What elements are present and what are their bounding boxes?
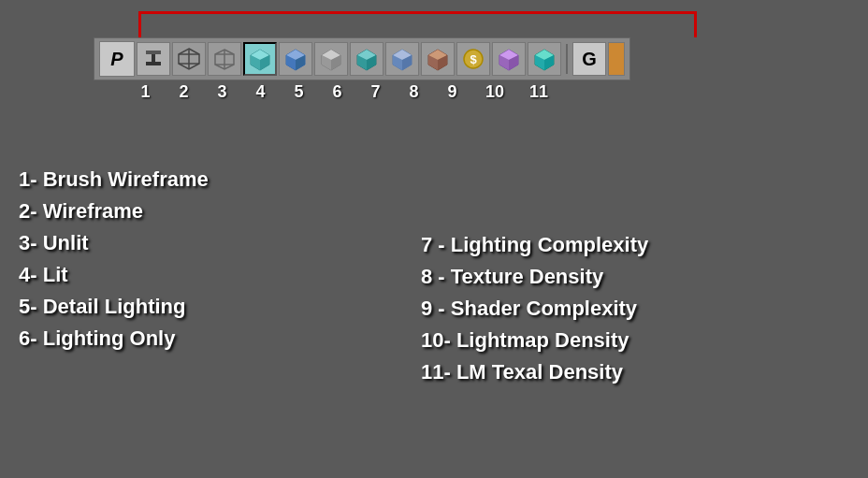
legend-item-3: 3- Unlit xyxy=(19,227,209,259)
number-9: 9 xyxy=(433,82,471,102)
number-1: 1 xyxy=(126,82,165,102)
shader-complexity-button[interactable]: $ xyxy=(456,42,490,76)
number-6: 6 xyxy=(318,82,356,102)
transform-icon xyxy=(143,49,164,69)
shader-icon: $ xyxy=(461,47,485,71)
lm-texal-density-button[interactable] xyxy=(528,42,561,76)
detail-lighting-button[interactable] xyxy=(314,42,348,76)
legend-item-11: 11- LM Texal Density xyxy=(421,356,648,388)
cube-purple-icon xyxy=(497,47,521,71)
toolbar: P xyxy=(94,37,630,80)
legend-item-4: 4- Lit xyxy=(19,259,209,291)
lighting-only-button[interactable] xyxy=(350,42,383,76)
cube-grey-icon xyxy=(319,47,343,71)
lit-button[interactable] xyxy=(279,42,312,76)
cube-blue-icon xyxy=(283,47,308,71)
bracket-line xyxy=(138,11,697,37)
cube-wireframe-dark-icon xyxy=(177,47,201,71)
lighting-complexity-button[interactable] xyxy=(385,42,419,76)
cube-lit-icon xyxy=(390,47,414,71)
number-2: 2 xyxy=(165,82,203,102)
legend-item-7: 7 - Lighting Complexity xyxy=(421,229,648,261)
svg-rect-2 xyxy=(146,51,161,54)
number-11: 11 xyxy=(518,82,559,102)
legend-item-8: 8 - Texture Density xyxy=(421,261,648,293)
p-button[interactable]: P xyxy=(99,41,135,77)
cube-wireframe-light-icon xyxy=(212,47,237,71)
separator xyxy=(566,44,568,74)
number-8: 8 xyxy=(395,82,433,102)
number-10: 10 xyxy=(471,82,518,102)
numbers-row: 1 2 3 4 5 6 7 8 9 10 11 xyxy=(126,82,559,102)
cube-teal2-icon xyxy=(354,47,379,71)
cube-brown-icon xyxy=(426,47,450,71)
cube-teal-icon xyxy=(248,47,272,71)
legend-left: 1- Brush Wireframe 2- Wireframe 3- Unlit… xyxy=(19,164,209,355)
number-7: 7 xyxy=(356,82,395,102)
number-4: 4 xyxy=(241,82,280,102)
texture-density-button[interactable] xyxy=(421,42,455,76)
legend-item-6: 6- Lighting Only xyxy=(19,323,209,355)
extra-button[interactable] xyxy=(608,42,625,76)
svg-text:$: $ xyxy=(470,52,477,66)
legend-item-5: 5- Detail Lighting xyxy=(19,291,209,323)
legend-item-1: 1- Brush Wireframe xyxy=(19,164,209,196)
unlit-button[interactable] xyxy=(243,42,277,76)
legend-item-9: 9 - Shader Complexity xyxy=(421,293,648,325)
cube-teal3-icon xyxy=(532,47,557,71)
lightmap-density-button[interactable] xyxy=(492,42,526,76)
legend-item-10: 10- Lightmap Density xyxy=(421,325,648,356)
wireframe-brush-button[interactable] xyxy=(172,42,206,76)
legend-item-2: 2- Wireframe xyxy=(19,196,209,227)
wireframe-button[interactable] xyxy=(208,42,241,76)
number-5: 5 xyxy=(280,82,318,102)
legend-right: 7 - Lighting Complexity 8 - Texture Dens… xyxy=(421,229,648,388)
number-3: 3 xyxy=(203,82,241,102)
g-button[interactable]: G xyxy=(572,42,606,76)
transform-button[interactable] xyxy=(137,42,170,76)
